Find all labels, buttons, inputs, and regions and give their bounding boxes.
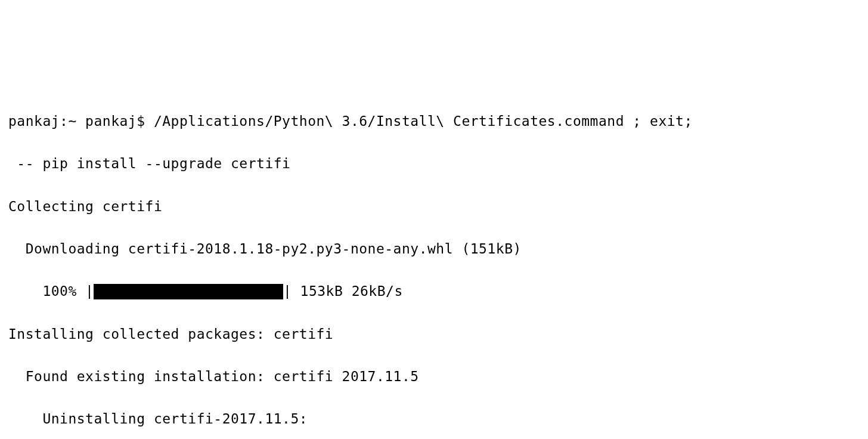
progress-prefix: 100% | <box>8 283 94 299</box>
terminal-line: Downloading certifi-2018.1.18-py2.py3-no… <box>8 239 860 260</box>
terminal-line: -- pip install --upgrade certifi <box>8 153 860 175</box>
terminal-line-command: pankaj:~ pankaj$ /Applications/Python\ 3… <box>8 111 860 132</box>
terminal-line: Found existing installation: certifi 201… <box>8 366 860 388</box>
progress-suffix: | 153kB 26kB/s <box>283 283 411 299</box>
progress-bar-fill <box>94 284 283 299</box>
terminal-line: Uninstalling certifi-2017.11.5: <box>8 409 860 430</box>
terminal-line: Installing collected packages: certifi <box>8 324 860 345</box>
terminal-output[interactable]: pankaj:~ pankaj$ /Applications/Python\ 3… <box>8 90 860 439</box>
terminal-line: Collecting certifi <box>8 196 860 218</box>
terminal-line-progress: 100% || 153kB 26kB/s <box>8 281 860 302</box>
